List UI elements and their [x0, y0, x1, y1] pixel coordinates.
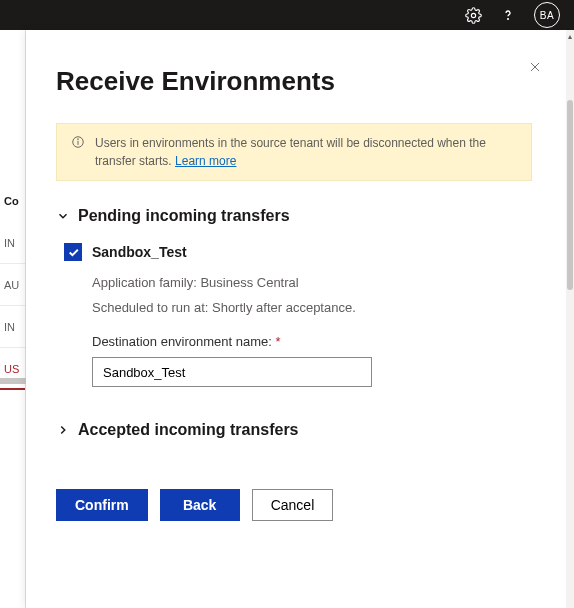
bg-heading: Co [0, 180, 25, 222]
page-title: Receive Environments [56, 66, 532, 97]
svg-point-1 [508, 19, 509, 20]
cancel-button[interactable]: Cancel [252, 489, 334, 521]
learn-more-link[interactable]: Learn more [175, 154, 236, 168]
pending-transfer-item: Sandbox_Test Application family: Busines… [64, 243, 532, 387]
pending-transfers-header[interactable]: Pending incoming transfers [56, 207, 532, 225]
info-text-container: Users in environments in the source tena… [95, 134, 517, 170]
close-icon[interactable] [528, 60, 544, 76]
chevron-down-icon [56, 209, 70, 223]
destination-name-label: Destination environment name: * [92, 334, 532, 349]
destination-name-input[interactable] [92, 357, 372, 387]
info-text: Users in environments in the source tena… [95, 136, 486, 168]
bg-nav-item: AU [0, 264, 25, 306]
svg-point-0 [471, 13, 475, 17]
receive-environments-panel: Receive Environments Users in environmen… [26, 30, 566, 608]
bg-nav-item: IN [0, 306, 25, 348]
scroll-up-arrow[interactable]: ▴ [566, 32, 574, 42]
scheduled-row: Scheduled to run at: Shortly after accep… [92, 296, 532, 321]
accepted-transfers-header[interactable]: Accepted incoming transfers [56, 421, 532, 439]
accepted-heading-text: Accepted incoming transfers [78, 421, 299, 439]
bg-horizontal-scroll-thumb[interactable] [0, 378, 26, 384]
footer-buttons: Confirm Back Cancel [56, 489, 532, 521]
help-icon[interactable] [500, 7, 516, 23]
panel-scrollbar-thumb[interactable] [567, 100, 573, 290]
top-command-bar: BA [0, 0, 574, 30]
gear-icon[interactable] [465, 7, 482, 24]
transfer-checkbox[interactable] [64, 243, 82, 261]
background-nav: Co IN AU IN US [0, 30, 26, 608]
required-asterisk: * [276, 334, 281, 349]
avatar-initials: BA [540, 10, 554, 21]
back-button[interactable]: Back [160, 489, 240, 521]
confirm-button[interactable]: Confirm [56, 489, 148, 521]
info-message-bar: Users in environments in the source tena… [56, 123, 532, 181]
pending-heading-text: Pending incoming transfers [78, 207, 290, 225]
bg-nav-item: IN [0, 222, 25, 264]
app-family-row: Application family: Business Central [92, 271, 532, 296]
chevron-right-icon [56, 423, 70, 437]
transfer-name: Sandbox_Test [92, 244, 187, 260]
avatar[interactable]: BA [534, 2, 560, 28]
info-icon [71, 135, 85, 170]
svg-point-4 [78, 139, 79, 140]
